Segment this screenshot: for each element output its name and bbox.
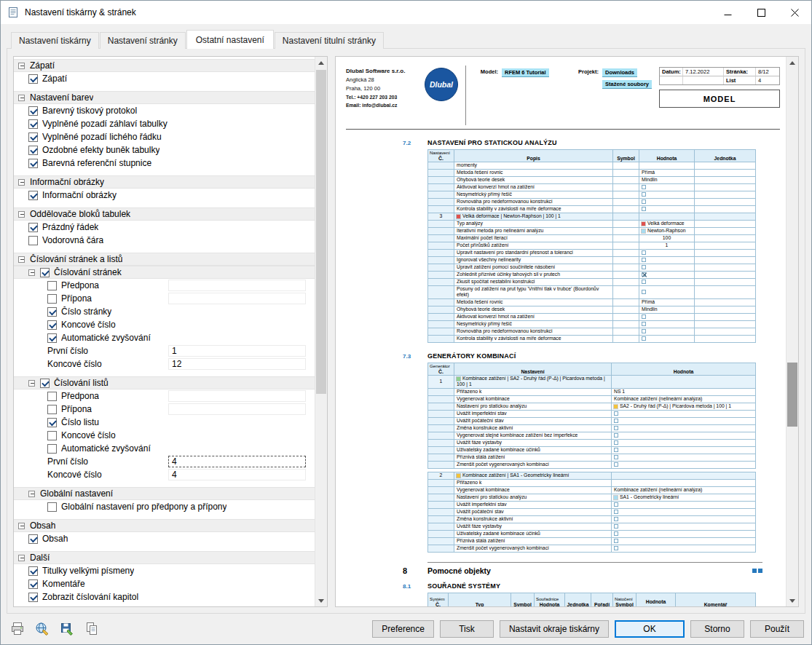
unchecked-checkbox[interactable] bbox=[47, 294, 57, 304]
unchecked-checkbox[interactable] bbox=[47, 502, 57, 512]
scroll-down-arrow-icon[interactable] bbox=[315, 594, 327, 606]
tree-item[interactable]: Automatické zvyšování bbox=[14, 331, 315, 344]
print-button[interactable]: Tisk bbox=[440, 620, 494, 638]
checked-checkbox[interactable] bbox=[28, 119, 38, 129]
scroll-down-arrow-icon[interactable] bbox=[787, 594, 798, 606]
collapse-icon[interactable] bbox=[18, 211, 25, 218]
copy-icon[interactable] bbox=[82, 620, 101, 638]
checked-checkbox[interactable] bbox=[28, 534, 38, 544]
tree-group-header[interactable]: Číslování stránek a listů bbox=[14, 253, 315, 266]
scroll-up-arrow-icon[interactable] bbox=[315, 57, 327, 69]
tree-item[interactable]: Číslo listu bbox=[14, 416, 315, 429]
tree-item[interactable]: První číslo1 bbox=[14, 344, 315, 357]
tree-item-field[interactable] bbox=[168, 280, 306, 291]
scroll-up-arrow-icon[interactable] bbox=[787, 57, 798, 69]
tab-1[interactable]: Nastavení tiskárny bbox=[11, 32, 99, 49]
tab-4[interactable]: Nastavení titulní stránky bbox=[275, 32, 384, 49]
tree-item[interactable]: Číslo stránky bbox=[14, 305, 315, 318]
tree-group-header[interactable]: Zápatí bbox=[14, 59, 315, 72]
tree-item[interactable]: Vodorovná čára bbox=[14, 234, 315, 247]
unchecked-checkbox[interactable] bbox=[47, 444, 57, 454]
tree-group-header[interactable]: Nastavení barev bbox=[14, 91, 315, 104]
apply-button[interactable]: Použít bbox=[750, 620, 804, 638]
tree-item[interactable]: Obsah bbox=[14, 532, 315, 545]
unchecked-checkbox[interactable] bbox=[47, 392, 57, 401]
tree-item-field[interactable] bbox=[168, 390, 306, 402]
close-button[interactable] bbox=[778, 1, 811, 24]
preview-scrollbar-thumb[interactable] bbox=[787, 363, 797, 427]
tree-item[interactable]: Předpona bbox=[14, 279, 315, 292]
globe-edit-icon[interactable] bbox=[33, 620, 52, 638]
tree-item[interactable]: Vyplněné pozadí záhlaví tabulky bbox=[14, 117, 315, 130]
save-edit-icon[interactable] bbox=[58, 620, 76, 638]
tree-scrollbar-thumb[interactable] bbox=[316, 70, 326, 394]
checked-checkbox[interactable] bbox=[47, 418, 57, 427]
tree-item[interactable]: Zobrazit číslování kapitol bbox=[14, 590, 315, 604]
unchecked-checkbox[interactable] bbox=[47, 405, 57, 414]
collapse-icon[interactable] bbox=[18, 63, 25, 69]
maximize-button[interactable] bbox=[744, 1, 778, 24]
tree-item-field[interactable]: 4 bbox=[168, 456, 306, 467]
ok-button[interactable]: OK bbox=[615, 620, 685, 638]
tree-item-field[interactable]: 1 bbox=[168, 345, 306, 357]
checked-checkbox[interactable] bbox=[47, 307, 57, 317]
tree-item[interactable]: Komentáře bbox=[14, 577, 315, 590]
tree-item-field[interactable] bbox=[168, 403, 306, 415]
collapse-icon[interactable] bbox=[28, 491, 35, 497]
tree-item[interactable]: Ozdobné efekty buněk tabulky bbox=[14, 143, 315, 157]
tree-item-field[interactable]: 4 bbox=[168, 469, 306, 480]
tree-group-header[interactable]: Číslování stránek bbox=[14, 266, 315, 279]
collapse-icon[interactable] bbox=[18, 95, 25, 101]
checked-checkbox[interactable] bbox=[47, 320, 57, 330]
checked-checkbox[interactable] bbox=[28, 74, 38, 84]
tree-item[interactable]: Barevný tiskový protokol bbox=[14, 104, 315, 117]
tree-group-header[interactable]: Oddělovače bloků tabulek bbox=[14, 207, 315, 221]
collapse-icon[interactable] bbox=[18, 179, 25, 186]
printer-icon[interactable] bbox=[8, 620, 27, 638]
tree-group-header[interactable]: Číslování listů bbox=[14, 376, 315, 389]
checked-checkbox[interactable] bbox=[28, 223, 38, 232]
unchecked-checkbox[interactable] bbox=[28, 236, 38, 245]
tree-item[interactable]: Vyplněné pozadí lichého řádku bbox=[14, 130, 315, 143]
unchecked-checkbox[interactable] bbox=[47, 431, 57, 440]
tree-item-field[interactable]: 12 bbox=[168, 358, 306, 370]
tree-item[interactable]: Koncové číslo12 bbox=[14, 357, 315, 371]
checked-checkbox[interactable] bbox=[28, 106, 38, 116]
tree-item[interactable]: Automatické zvyšování bbox=[14, 442, 315, 455]
tree-item[interactable]: Koncové číslo bbox=[14, 318, 315, 331]
tree-item[interactable]: První číslo4 bbox=[14, 455, 315, 468]
tree-group-header[interactable]: Obsah bbox=[14, 519, 315, 532]
tree-item[interactable]: Titulky velkými písmeny bbox=[14, 564, 315, 577]
collapse-icon[interactable] bbox=[18, 256, 25, 263]
tree-group-header[interactable]: Globální nastavení bbox=[14, 487, 315, 500]
printer-margins-button[interactable]: Nastavit okraje tiskárny bbox=[500, 620, 609, 638]
checked-checkbox[interactable] bbox=[28, 146, 38, 155]
tree-item[interactable]: Přípona bbox=[14, 403, 315, 416]
collapse-icon[interactable] bbox=[18, 523, 25, 529]
checked-checkbox[interactable] bbox=[28, 579, 38, 589]
checked-checkbox[interactable] bbox=[28, 132, 38, 142]
cancel-button[interactable]: Storno bbox=[690, 620, 744, 638]
collapse-icon[interactable] bbox=[28, 380, 35, 387]
tree-scrollbar[interactable] bbox=[315, 57, 327, 606]
collapse-icon[interactable] bbox=[28, 269, 35, 276]
tab-3[interactable]: Ostatní nastavení bbox=[186, 30, 274, 49]
tree-group-header[interactable]: Informační obrázky bbox=[14, 175, 315, 189]
checked-checkbox[interactable] bbox=[28, 191, 38, 200]
checked-checkbox[interactable] bbox=[28, 159, 38, 168]
checked-checkbox[interactable] bbox=[28, 566, 38, 576]
tree-item[interactable]: Barevná referenční stupnice bbox=[14, 157, 315, 170]
tree-item[interactable]: Informační obrázky bbox=[14, 189, 315, 202]
tree-item[interactable]: Přípona bbox=[14, 292, 315, 305]
tree-item[interactable]: Koncové číslo bbox=[14, 429, 315, 442]
unchecked-checkbox[interactable] bbox=[47, 281, 57, 290]
tab-2[interactable]: Nastavení stránky bbox=[100, 32, 186, 49]
tree-item[interactable]: Globální nastavení pro předpony a přípon… bbox=[14, 500, 315, 513]
preview-scrollbar[interactable] bbox=[786, 57, 798, 606]
checked-checkbox[interactable] bbox=[40, 379, 50, 388]
tree-item[interactable]: Prázdný řádek bbox=[14, 221, 315, 234]
checked-checkbox[interactable] bbox=[40, 268, 50, 277]
minimize-button[interactable] bbox=[711, 1, 744, 24]
tree-item-field[interactable] bbox=[168, 293, 306, 304]
collapse-icon[interactable] bbox=[18, 555, 25, 561]
